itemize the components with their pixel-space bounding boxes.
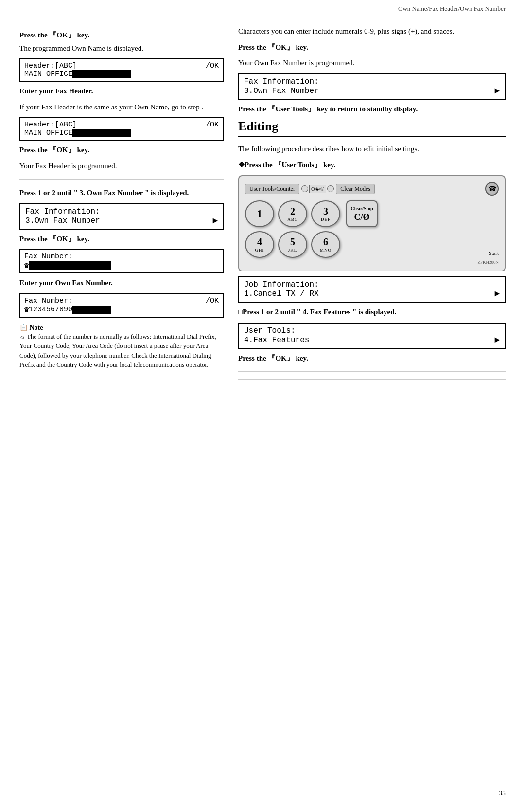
clear-stop-button[interactable]: Clear/Stop C/Ø xyxy=(346,200,378,227)
enter-fax-header: Enter your Fax Header. xyxy=(19,86,224,97)
press-ok-3: Press the 『OK』 key. xyxy=(19,234,224,245)
screen-fax-number-1: Fax Number: ☎ xyxy=(19,249,224,273)
fax-info-box-1: Fax Information: 3.Own Fax Number ► xyxy=(19,203,224,230)
divider-1 xyxy=(19,179,224,180)
page-number: 35 xyxy=(499,790,506,797)
editing-desc: The following procedure describes how to… xyxy=(238,144,506,155)
press-ok-1: Press the 『OK』 key. xyxy=(19,30,224,41)
job-info-box: Job Information: 1.Cancel TX / RX ► xyxy=(238,276,506,303)
screen-header-1: Header:[ABC] /OK MAIN OFFICE xyxy=(19,58,224,82)
button-4[interactable]: 4 GHI xyxy=(245,231,274,258)
dial-icon: ☎ xyxy=(485,182,499,196)
chars-intro: Characters you can enter include numeral… xyxy=(238,26,506,37)
page-header: Own Name/Fax Header/Own Fax Number xyxy=(0,0,525,16)
screen-header-2: Header:[ABC] /OK MAIN OFFICE xyxy=(19,117,224,141)
buttons-row-1: 1 2 ABC 3 DEF Clear/Stop C/Ø xyxy=(245,200,499,227)
button-5[interactable]: 5 JKL xyxy=(278,231,307,258)
own-fax-programmed: Your Own Fax Number is programmed. xyxy=(238,57,506,69)
note-icon: 📋 xyxy=(19,324,28,331)
indicator-symbol: O◈/® xyxy=(309,185,326,193)
screen-fax-number-2: Fax Number: /OK ☎1234567890 xyxy=(19,293,224,318)
divider-bottom-2 xyxy=(238,379,506,380)
indicator-circle-1 xyxy=(301,185,308,192)
clear-modes-label[interactable]: Clear Modes xyxy=(336,184,375,194)
press-user-tools-key: ❖Press the 『User Tools』 key. xyxy=(238,160,506,171)
note-text: ☼ The format of the number is normally a… xyxy=(19,332,224,370)
button-2[interactable]: 2 ABC xyxy=(278,200,307,227)
user-tools-counter-label[interactable]: User Tools/Counter xyxy=(245,184,299,194)
button-6[interactable]: 6 MNO xyxy=(311,231,340,258)
right-column: Characters you can enter include numeral… xyxy=(238,26,506,388)
press-num-instruction: Press 1 or 2 until " 3. Own Fax Number "… xyxy=(19,187,224,198)
editing-section-title: Editing xyxy=(238,119,506,137)
buttons-grid: 1 2 ABC 3 DEF Clear/Stop C/Ø xyxy=(245,200,499,258)
start-label: Start xyxy=(344,250,499,258)
page-header-title: Own Name/Fax Header/Own Fax Number xyxy=(398,5,506,12)
enter-own-fax: Enter your Own Fax Number. xyxy=(19,277,224,289)
fax-info-box-2: Fax Information: 3.Own Fax Number ► xyxy=(238,73,506,100)
note-section: 📋 Note ☼ The format of the number is nor… xyxy=(19,324,224,370)
fax-header-same-text: If your Fax Header is the same as your O… xyxy=(19,102,224,113)
buttons-row-2: 4 GHI 5 JKL 6 MNO Start xyxy=(245,231,499,258)
indicator-circle-2 xyxy=(327,185,334,192)
divider-bottom-1 xyxy=(238,371,506,372)
device-indicator: O◈/® xyxy=(301,185,334,193)
press-user-tools-standby: Press the 『User Tools』 key to return to … xyxy=(238,104,506,115)
programmed-text: The programmed Own Name is displayed. xyxy=(19,43,224,54)
device-top-bar: User Tools/Counter O◈/® Clear Modes ☎ xyxy=(245,182,499,196)
model-label: ZFKH200N xyxy=(245,260,499,265)
user-tools-box: User Tools: 4.Fax Features ► xyxy=(238,323,506,349)
press-ok-4: Press the 『OK』 key. xyxy=(238,42,506,53)
button-1[interactable]: 1 xyxy=(245,200,274,227)
press-num-2-instruction: □Press 1 or 2 until " 4. Fax Features " … xyxy=(238,307,506,318)
press-ok-2: Press the 『OK』 key. xyxy=(19,144,224,156)
left-column: Press the 『OK』 key. The programmed Own N… xyxy=(19,26,224,388)
button-3[interactable]: 3 DEF xyxy=(311,200,340,227)
device-panel: User Tools/Counter O◈/® Clear Modes ☎ xyxy=(238,175,506,271)
press-ok-5: Press the 『OK』 key. xyxy=(238,353,506,364)
fax-header-programmed: Your Fax Header is programmed. xyxy=(19,161,224,172)
